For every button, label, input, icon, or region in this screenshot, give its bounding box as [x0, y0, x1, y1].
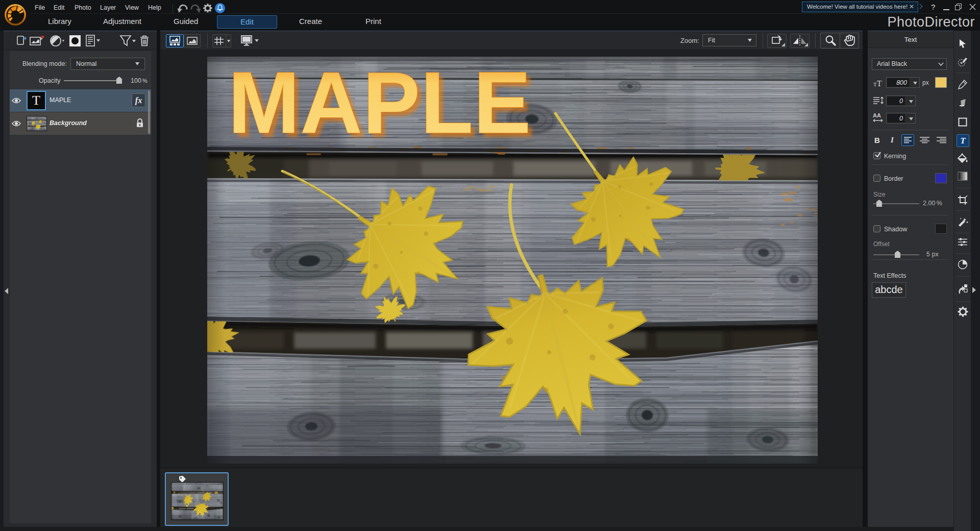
svg-text:AA: AA — [873, 113, 881, 118]
svg-text:MAPLE: MAPLE — [228, 57, 531, 151]
